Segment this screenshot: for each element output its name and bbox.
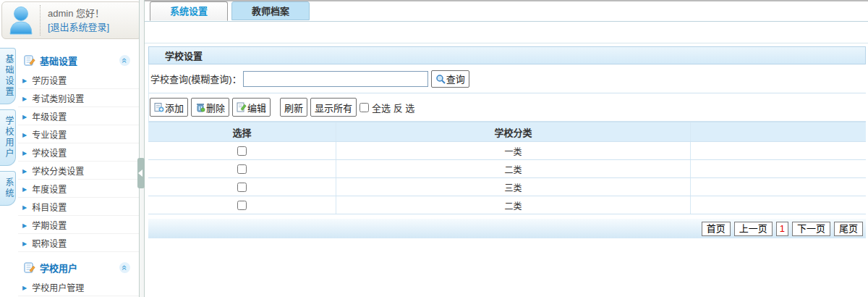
triangle-bullet-icon <box>22 219 27 230</box>
triangle-bullet-icon <box>22 147 27 157</box>
refresh-button-label: 刷新 <box>284 101 303 114</box>
user-greeting: admin 您好！ <box>48 7 109 20</box>
school-search-input[interactable] <box>243 71 428 87</box>
sidebar-item[interactable]: 考试类别设置 <box>18 89 139 107</box>
side-tab-strip: 基础设置学校用户系统 <box>0 48 18 211</box>
row-empty-cell <box>691 178 866 196</box>
sidebar-item-label: 考试类别设置 <box>32 92 84 104</box>
edit-button[interactable]: 编辑 <box>232 98 271 117</box>
table-row: 二类 <box>148 196 866 214</box>
pagination-first[interactable]: 首页 <box>702 222 731 236</box>
sidebar-item[interactable]: 专业设置 <box>18 125 139 143</box>
sidebar-item-label: 专业设置 <box>32 128 67 141</box>
triangle-bullet-icon <box>22 201 27 212</box>
delete-button[interactable]: 删除 <box>191 98 229 117</box>
pagination-page-1[interactable]: 1 <box>776 222 788 236</box>
triangle-bullet-icon <box>22 238 27 248</box>
collapse-chevrons-icon[interactable] <box>119 55 130 66</box>
search-row: 学校查询(模糊查询)： 查询 <box>148 64 866 93</box>
notepad-icon <box>24 262 35 273</box>
show-all-button-label: 显示所有 <box>315 101 352 114</box>
sidebar-group-header[interactable]: 学校用户 <box>24 258 136 277</box>
sidebar-collapse-handle-icon[interactable] <box>137 158 145 188</box>
triangle-bullet-icon <box>22 129 27 139</box>
side-tab-1[interactable]: 学校用户 <box>0 109 16 166</box>
row-select-cell <box>148 160 336 177</box>
row-select-cell <box>148 196 336 214</box>
row-category-cell: 二类 <box>336 160 691 177</box>
collapse-chevrons-icon[interactable] <box>119 262 130 273</box>
row-empty-cell <box>691 142 866 159</box>
search-label: 学校查询(模糊查询)： <box>149 72 242 85</box>
document-plus-icon <box>154 102 164 112</box>
side-tab-0[interactable]: 基础设置 <box>0 48 16 104</box>
sidebar-item-label: 学校分类设置 <box>32 164 84 177</box>
side-tab-2[interactable]: 系统 <box>0 171 16 206</box>
sidebar-item[interactable]: 职称设置 <box>18 234 139 252</box>
sidebar-item[interactable]: 学历设置 <box>18 71 139 89</box>
content-divider <box>145 43 868 43</box>
row-checkbox[interactable] <box>237 164 247 174</box>
edit-button-label: 编辑 <box>247 101 266 114</box>
sidebar-item[interactable]: 学校设置 <box>18 143 139 162</box>
avatar <box>2 5 41 35</box>
table-body: 一类二类三类二类 <box>148 142 866 214</box>
delete-button-label: 删除 <box>206 101 225 114</box>
triangle-bullet-icon <box>22 93 27 103</box>
main-tab-0[interactable]: 系统设置 <box>150 1 228 21</box>
select-all-checkbox[interactable] <box>359 103 369 112</box>
sidebar-group-header[interactable]: 基础设置 <box>24 51 136 70</box>
select-all-label: 全选 反 选 <box>372 101 414 114</box>
notepad-icon-wrap <box>24 262 35 273</box>
sidebar-item[interactable]: 科目设置 <box>18 198 139 216</box>
school-category-table: 选择学校分类 一类二类三类二类 <box>148 122 866 214</box>
row-checkbox[interactable] <box>237 183 247 192</box>
triangle-bullet-icon <box>22 183 27 193</box>
sidebar-item[interactable]: 年级设置 <box>18 107 139 125</box>
sidebar-item[interactable]: 学期设置 <box>18 216 139 234</box>
row-category-cell: 二类 <box>336 196 691 214</box>
sidebar-item-label: 年度设置 <box>32 183 67 195</box>
sidebar-item-label: 学校设置 <box>32 146 67 159</box>
show-all-button[interactable]: 显示所有 <box>310 98 357 117</box>
table-row: 一类 <box>148 142 866 160</box>
add-button[interactable]: 添加 <box>150 98 188 117</box>
table-header-row: 选择学校分类 <box>148 122 866 142</box>
notepad-icon-wrap <box>24 54 35 66</box>
panel-title: 学校设置 <box>149 49 203 62</box>
logout-link[interactable]: [退出系统登录] <box>48 20 109 34</box>
add-button-label: 添加 <box>165 101 184 114</box>
main-tab-1[interactable]: 教师档案 <box>231 1 310 20</box>
table-header-cell <box>691 122 866 141</box>
sidebar-item-label: 学期设置 <box>32 219 67 231</box>
triangle-bullet-icon <box>22 75 27 85</box>
magnifier-icon <box>435 74 446 84</box>
trash-icon <box>195 102 205 112</box>
row-checkbox[interactable] <box>237 201 247 210</box>
pagination-prev[interactable]: 上一页 <box>734 222 773 236</box>
sidebar-group-label: 学校用户 <box>40 261 119 275</box>
pagination-bar: 首页上一页1下一页尾页 <box>148 219 866 238</box>
sidebar-item-label: 职称设置 <box>32 237 67 249</box>
row-empty-cell <box>691 196 866 214</box>
row-empty-cell <box>691 160 866 177</box>
pencil-page-icon <box>237 102 247 112</box>
sidebar: 基础设置学历设置考试类别设置年级设置专业设置学校设置学校分类设置年度设置科目设置… <box>18 45 139 297</box>
pagination-next[interactable]: 下一页 <box>792 222 830 236</box>
sidebar-item[interactable]: 学校分类设置 <box>18 162 139 180</box>
search-button[interactable]: 查询 <box>431 70 469 88</box>
row-select-cell <box>148 178 336 196</box>
sidebar-group-label: 基础设置 <box>40 54 119 67</box>
table-row: 二类 <box>148 160 866 178</box>
triangle-bullet-icon <box>22 165 27 175</box>
sidebar-item[interactable]: 年度设置 <box>18 180 139 198</box>
row-checkbox[interactable] <box>237 146 247 156</box>
sidebar-item[interactable]: 学校用户管理 <box>18 278 139 296</box>
panel-header: 学校设置 <box>148 46 866 64</box>
table-row: 三类 <box>148 178 866 196</box>
sidebar-splitter[interactable] <box>139 0 145 297</box>
pagination-last[interactable]: 尾页 <box>834 222 863 236</box>
table-header-cell: 学校分类 <box>336 122 691 141</box>
refresh-button[interactable]: 刷新 <box>280 98 307 117</box>
row-category-cell: 一类 <box>336 142 691 159</box>
